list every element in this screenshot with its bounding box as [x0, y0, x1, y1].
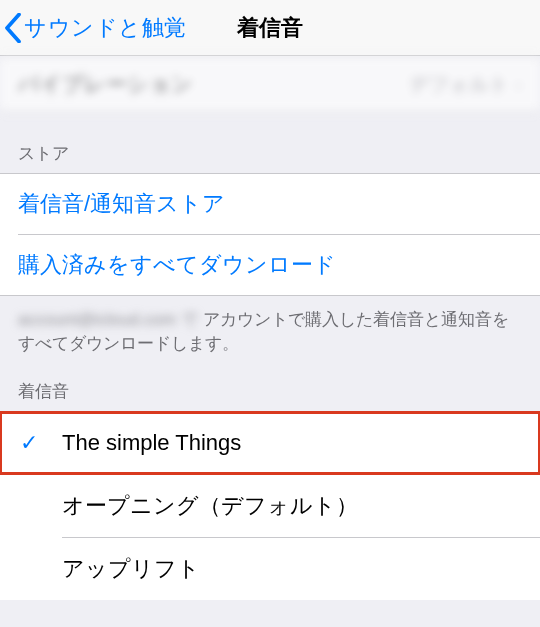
chevron-right-icon: › — [515, 73, 522, 96]
nav-bar: サウンドと触覚 着信音 — [0, 0, 540, 56]
tone-store-row[interactable]: 着信音/通知音ストア — [0, 174, 540, 234]
vibration-row[interactable]: バイブレーション デフォルト › — [0, 56, 540, 112]
back-button[interactable]: サウンドと触覚 — [0, 13, 187, 43]
download-all-row[interactable]: 購入済みをすべてダウンロード — [0, 235, 540, 295]
section-header-ringtone: 着信音 — [0, 356, 540, 411]
chevron-left-icon — [4, 13, 22, 43]
ringtone-label: The simple Things — [62, 430, 241, 456]
footer-account-blur: account@icloud.com で — [18, 310, 198, 329]
ringtone-row[interactable]: ✓ The simple Things — [0, 412, 540, 474]
ringtone-row[interactable]: アップリフト — [0, 538, 540, 600]
ringtone-label: オープニング（デフォルト） — [62, 491, 358, 521]
section-header-store: ストア — [0, 112, 540, 173]
store-footer-note: account@icloud.com で アカウントで購入した着信音と通知音をす… — [0, 296, 540, 356]
vibration-label: バイブレーション — [18, 70, 193, 98]
ringtone-row[interactable]: オープニング（デフォルト） — [0, 475, 540, 537]
back-label: サウンドと触覚 — [24, 13, 187, 43]
ringtone-list: ✓ The simple Things オープニング（デフォルト） アップリフト — [0, 411, 540, 600]
check-icon: ✓ — [20, 430, 38, 456]
ringtone-label: アップリフト — [62, 554, 200, 584]
vibration-value: デフォルト — [409, 71, 509, 98]
store-group: 着信音/通知音ストア 購入済みをすべてダウンロード — [0, 173, 540, 296]
